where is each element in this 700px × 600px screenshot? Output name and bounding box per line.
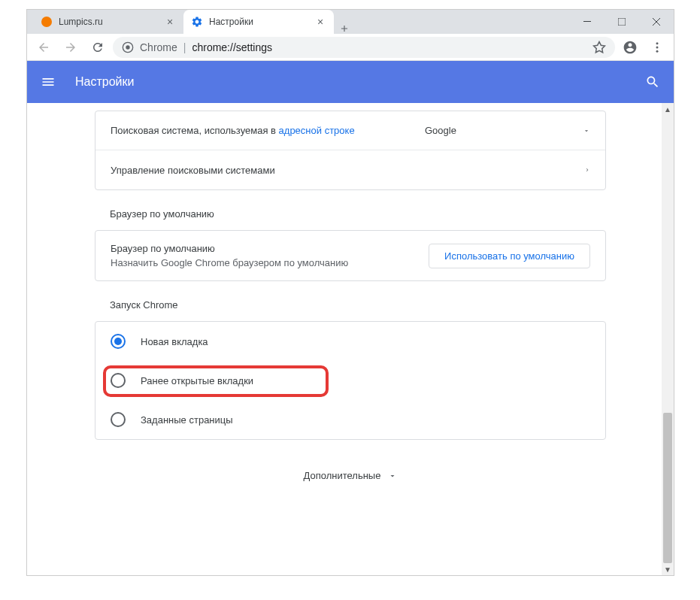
radio-icon [111, 412, 126, 427]
kebab-menu-icon[interactable] [645, 35, 669, 59]
default-browser-row: Браузер по умолчанию Назначить Google Ch… [95, 231, 605, 280]
page-title: Настройки [75, 75, 644, 89]
scroll-up-icon[interactable]: ▲ [662, 103, 674, 115]
url-prefix: Chrome [140, 41, 177, 53]
advanced-label: Дополнительные [304, 470, 381, 481]
chrome-icon [122, 41, 134, 53]
tab-settings[interactable]: Настройки × [183, 10, 334, 34]
profile-avatar-icon[interactable] [618, 35, 642, 59]
bookmark-star-icon[interactable] [592, 41, 606, 54]
titlebar: Lumpics.ru × Настройки × [27, 10, 674, 34]
maximize-button[interactable] [605, 10, 639, 34]
tab-strip: Lumpics.ru × Настройки × [27, 10, 570, 34]
svg-point-5 [656, 42, 659, 44]
advanced-toggle[interactable]: Дополнительные [95, 470, 606, 481]
chevron-right-icon [584, 165, 590, 174]
settings-topbar: Настройки [27, 61, 674, 103]
manage-search-engines-row[interactable]: Управление поисковыми системами [95, 150, 605, 189]
scrollbar[interactable]: ▲ ▼ [662, 103, 674, 575]
search-engine-card: Поисковая система, используемая в адресн… [95, 111, 606, 190]
svg-point-6 [656, 46, 659, 48]
content-area: Поисковая система, используемая в адресн… [27, 103, 674, 575]
svg-point-0 [41, 17, 52, 27]
address-bar: Chrome | chrome://settings [27, 34, 674, 61]
startup-option-specific-pages[interactable]: Заданные страницы [95, 400, 605, 439]
address-bar-link[interactable]: адресной строке [279, 125, 355, 136]
search-engine-dropdown[interactable]: Google [425, 125, 590, 136]
scroll-track[interactable] [662, 115, 674, 563]
dropdown-arrow-icon [583, 127, 590, 135]
omnibox[interactable]: Chrome | chrome://settings [113, 37, 615, 58]
search-engine-label: Поисковая система, используемая в адресн… [111, 125, 425, 136]
manage-search-engines-label: Управление поисковыми системами [111, 165, 584, 176]
startup-option-previous-tabs[interactable]: Ранее открытые вкладки [95, 361, 605, 400]
url-path: chrome://settings [192, 41, 272, 53]
radio-label: Новая вкладка [141, 336, 208, 347]
url-divider: | [183, 41, 186, 53]
search-icon[interactable] [644, 73, 662, 91]
default-browser-section-title: Браузер по умолчанию [110, 208, 606, 220]
scroll-down-icon[interactable]: ▼ [662, 563, 674, 575]
close-window-button[interactable] [639, 10, 674, 34]
back-button[interactable] [32, 35, 56, 59]
tab-title: Lumpics.ru [59, 17, 158, 27]
startup-option-new-tab[interactable]: Новая вкладка [95, 322, 605, 361]
minimize-button[interactable] [570, 10, 605, 34]
reload-button[interactable] [86, 35, 110, 59]
radio-icon [111, 373, 126, 388]
tab-lumpics[interactable]: Lumpics.ru × [33, 10, 183, 34]
radio-label: Заданные страницы [141, 414, 233, 426]
chevron-down-icon [388, 471, 397, 480]
set-default-button[interactable]: Использовать по умолчанию [429, 244, 590, 268]
radio-icon [111, 334, 126, 349]
orange-favicon-icon [41, 16, 53, 28]
tab-title: Настройки [209, 17, 308, 27]
default-browser-title: Браузер по умолчанию [111, 243, 429, 254]
svg-rect-2 [618, 18, 626, 26]
search-engine-value: Google [425, 125, 456, 136]
new-tab-button[interactable] [334, 23, 355, 34]
default-browser-card: Браузер по умолчанию Назначить Google Ch… [95, 230, 606, 281]
svg-point-4 [126, 45, 129, 49]
startup-section-title: Запуск Chrome [110, 299, 606, 311]
scroll-thumb[interactable] [663, 413, 672, 563]
startup-options-card: Новая вкладка Ранее открытые вкладки Зад… [95, 321, 606, 440]
close-icon[interactable]: × [164, 16, 176, 28]
default-browser-subtitle: Назначить Google Chrome браузером по умо… [111, 257, 429, 268]
svg-rect-1 [583, 21, 591, 22]
search-engine-row[interactable]: Поисковая система, используемая в адресн… [95, 111, 605, 150]
settings-favicon-icon [191, 16, 203, 28]
close-icon[interactable]: × [314, 16, 326, 28]
window-controls [570, 10, 674, 34]
radio-label: Ранее открытые вкладки [141, 375, 253, 386]
svg-point-7 [656, 50, 659, 52]
forward-button[interactable] [59, 35, 83, 59]
hamburger-menu-icon[interactable] [39, 73, 57, 91]
